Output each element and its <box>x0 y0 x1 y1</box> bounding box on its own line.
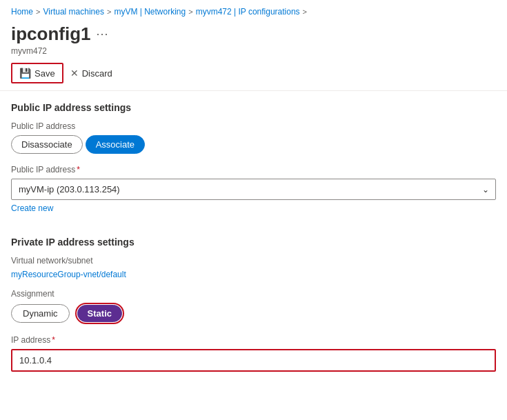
breadcrumb-vms[interactable]: Virtual machines <box>43 7 104 17</box>
discard-label: Discard <box>82 68 112 79</box>
association-toggle-group: Disassociate Associate <box>11 135 496 154</box>
breadcrumb-sep-1: > <box>36 8 40 16</box>
vnet-link[interactable]: myResourceGroup-vnet/default <box>11 270 496 279</box>
save-label: Save <box>34 68 55 79</box>
more-options-icon[interactable]: ··· <box>97 27 109 41</box>
save-icon: 💾 <box>19 68 31 79</box>
breadcrumb-sep-2: > <box>107 8 111 16</box>
public-ip-section: Public IP address settings Public IP add… <box>11 102 496 227</box>
save-button[interactable]: 💾 Save <box>11 63 63 83</box>
public-ip-dropdown-wrapper: myVM-ip (203.0.113.254) ⌄ <box>11 179 496 200</box>
breadcrumb-sep-3: > <box>188 8 192 16</box>
private-ip-section-title: Private IP address settings <box>11 237 496 248</box>
breadcrumb: Home > Virtual machines > myVM | Network… <box>0 0 507 21</box>
breadcrumb-networking[interactable]: myVM | Networking <box>114 7 186 17</box>
public-ip-section-title: Public IP address settings <box>11 102 496 113</box>
discard-icon: ✕ <box>70 68 79 79</box>
breadcrumb-home[interactable]: Home <box>11 7 33 17</box>
page-subtitle: myvm472 <box>11 46 496 56</box>
page-header: ipconfig1 ··· myvm472 <box>0 21 507 56</box>
assignment-label: Assignment <box>11 289 496 299</box>
page-title: ipconfig1 <box>11 23 91 45</box>
static-button-wrapper: Static <box>75 303 124 324</box>
ip-address-input[interactable] <box>12 350 495 370</box>
content-area: Public IP address settings Public IP add… <box>0 91 507 383</box>
private-ip-section: Private IP address settings Virtual netw… <box>11 237 496 372</box>
discard-button[interactable]: ✕ Discard <box>63 64 119 82</box>
vnet-label: Virtual network/subnet <box>11 256 496 266</box>
associate-button[interactable]: Associate <box>86 135 145 154</box>
dynamic-button[interactable]: Dynamic <box>11 304 70 323</box>
disassociate-button[interactable]: Disassociate <box>11 135 83 154</box>
toolbar: 💾 Save ✕ Discard <box>0 56 507 83</box>
create-new-link[interactable]: Create new <box>11 203 53 213</box>
breadcrumb-ipconfigs[interactable]: myvm472 | IP configurations <box>196 7 300 17</box>
public-ip-dropdown[interactable]: myVM-ip (203.0.113.254) <box>11 179 496 200</box>
public-ip-dropdown-label: Public IP address* <box>11 165 496 174</box>
public-ip-address-label: Public IP address <box>11 121 496 131</box>
static-button[interactable]: Static <box>77 305 122 322</box>
ip-input-wrapper <box>11 349 496 372</box>
ip-address-label: IP address* <box>11 335 496 345</box>
breadcrumb-sep-4: > <box>303 8 307 16</box>
assignment-group: Dynamic Static <box>11 303 496 324</box>
